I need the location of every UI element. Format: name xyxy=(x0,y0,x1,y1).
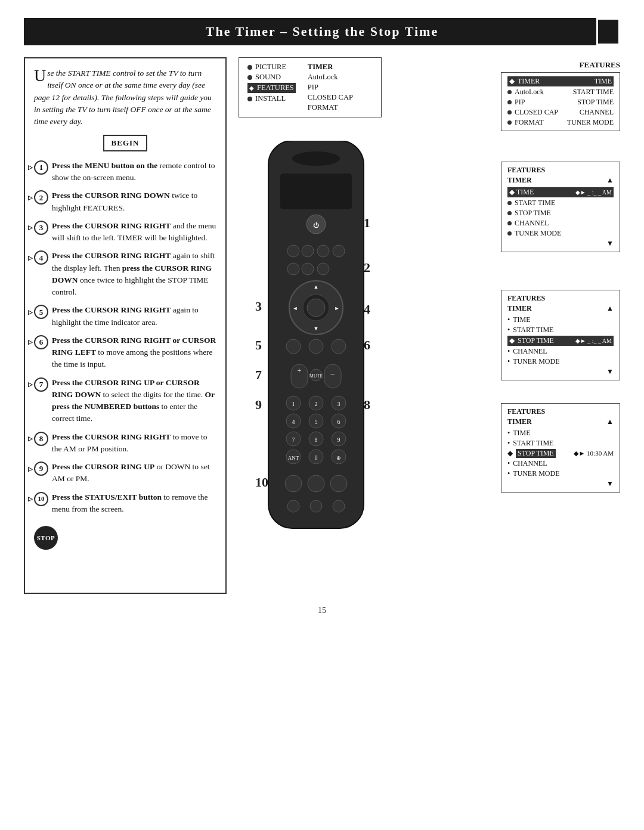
title-bar: The Timer – Setting the Stop Time xyxy=(24,18,620,45)
fp3-down-arrow: ▼ xyxy=(507,367,614,376)
menu-right-col: TIMER AutoLock PIP CLOSED CAP FORMAT xyxy=(308,63,353,112)
svg-point-11 xyxy=(317,263,329,275)
svg-text:9: 9 xyxy=(338,436,340,443)
features-panel-4: FEATURES TIMER ▲ •TIME •START TIME ◆STOP… xyxy=(501,403,620,493)
label-sound: SOUND xyxy=(255,73,281,82)
fp1-channel: CHANNEL xyxy=(580,108,614,117)
features-panel-3: FEATURES TIMER ▲ •TIME •START TIME ◆STOP… xyxy=(501,290,620,380)
fp3-spt-value: ◆► _ :_ _ AM xyxy=(575,337,612,344)
svg-text:9: 9 xyxy=(255,397,262,412)
svg-text:⏻: ⏻ xyxy=(313,222,319,228)
fp4-ch-bullet: • xyxy=(507,459,510,468)
features-label-1: FEATURES xyxy=(580,60,620,70)
step-10: 10 Press the STATUS/EXIT button to remov… xyxy=(34,491,216,516)
drop-cap: U xyxy=(34,67,46,84)
fp2-features-title: FEATURES xyxy=(507,166,614,175)
fp4-channel: •CHANNEL xyxy=(507,459,614,468)
fp3-ch-label: CHANNEL xyxy=(513,347,547,356)
svg-text:◄: ◄ xyxy=(293,305,298,311)
step-1: 1 Press the MENU button on the remote co… xyxy=(34,160,216,184)
svg-text:▼: ▼ xyxy=(314,326,319,332)
fp2-spt-dot xyxy=(507,211,512,215)
step-7: 7 Press the CURSOR RING UP or CURSOR RIN… xyxy=(34,377,216,425)
svg-point-7 xyxy=(317,245,329,257)
step-text-7: Press the CURSOR RING UP or CURSOR RING … xyxy=(52,377,216,425)
fp4-ch-label: CHANNEL xyxy=(513,459,547,468)
svg-point-56 xyxy=(310,500,322,512)
fp1-pip-label: PIP xyxy=(515,98,525,107)
svg-text:5: 5 xyxy=(255,337,262,352)
fp2-down-arrow: ▼ xyxy=(507,239,614,248)
fp2-ch-label: CHANNEL xyxy=(515,219,549,228)
fp1-closedcap: CLOSED CAPCHANNEL xyxy=(507,108,614,117)
intro-body: se the START TIME control to set the TV … xyxy=(34,69,212,126)
fp3-tm-bullet: • xyxy=(507,357,510,366)
svg-point-1 xyxy=(292,151,340,166)
fp1-fmt-dot xyxy=(507,120,512,125)
fp4-time: •TIME xyxy=(507,429,614,438)
bullet-install xyxy=(247,97,252,101)
fp2-time-hl: ◆TIME◆► _ :_ _ AM xyxy=(507,187,614,197)
svg-text:+: + xyxy=(298,367,302,375)
step-num-5: 5 xyxy=(34,305,48,319)
diagram-panel: PICTURE SOUND ◆FEATURES INSTALL TIMER Au… xyxy=(239,57,620,594)
page-title: The Timer – Setting the Stop Time xyxy=(206,24,438,39)
fp4-tm-label: TUNER MODE xyxy=(513,469,559,478)
fp4-time-label: TIME xyxy=(513,429,530,438)
svg-point-55 xyxy=(287,500,299,512)
svg-point-52 xyxy=(285,475,302,492)
svg-point-19 xyxy=(286,339,301,354)
fp3-channel: •CHANNEL xyxy=(507,347,614,356)
svg-point-57 xyxy=(333,500,345,512)
svg-point-9 xyxy=(287,263,299,275)
menu-features-hl: ◆FEATURES xyxy=(247,83,296,93)
fp3-spt-icon: ◆ xyxy=(509,336,515,345)
fp2-spt-label: STOP TIME xyxy=(515,209,551,218)
svg-text:▲: ▲ xyxy=(314,284,319,290)
step-num-4: 4 xyxy=(34,250,48,265)
fp1-timer-icon: ◆ xyxy=(509,77,515,86)
intro-text: Use the START TIME control to set the TV… xyxy=(34,67,216,128)
step-num-6: 6 xyxy=(34,335,48,349)
remote-control: ⏻ ▲ ▼ xyxy=(250,141,388,549)
fp3-time: •TIME xyxy=(507,315,614,324)
svg-rect-2 xyxy=(280,174,352,209)
step-8: 8 Press the CURSOR RING RIGHT to move to… xyxy=(34,431,216,456)
fp1-tuner-mode: TUNER MODE xyxy=(567,118,614,127)
fp2-st-label: START TIME xyxy=(515,199,555,208)
menu-pip: PIP xyxy=(308,83,353,92)
page: The Timer – Setting the Stop Time Use th… xyxy=(0,0,644,830)
fp3-spt-label: STOP TIME xyxy=(518,336,554,345)
fp3-tunermode: •TUNER MODE xyxy=(507,357,614,366)
main-menu-panel: PICTURE SOUND ◆FEATURES INSTALL TIMER Au… xyxy=(239,57,382,117)
remote-svg: ⏻ ▲ ▼ xyxy=(250,141,388,546)
fp1-cc-label: CLOSED CAP xyxy=(515,108,558,117)
step-num-7: 7 xyxy=(34,377,48,392)
label-features: FEATURES xyxy=(257,83,294,92)
step-text-8: Press the CURSOR RING RIGHT to move to t… xyxy=(52,431,216,456)
svg-text:2: 2 xyxy=(315,401,318,407)
fp2-channel: CHANNEL xyxy=(507,219,614,228)
fp4-time-bullet: • xyxy=(507,429,510,438)
svg-text:3: 3 xyxy=(338,401,340,407)
fp3-time-bullet: • xyxy=(507,315,510,324)
fp3-features-title: FEATURES xyxy=(507,294,614,303)
menu-format: FORMAT xyxy=(308,103,353,112)
step-text-5: Press the CURSOR RING RIGHT again to hig… xyxy=(52,304,216,329)
fp1-autolock-dot xyxy=(507,90,512,94)
svg-text:0: 0 xyxy=(315,454,318,461)
fp2-time-label: TIME xyxy=(516,188,534,197)
menu-picture: PICTURE xyxy=(247,63,296,72)
fp4-features-title: FEATURES xyxy=(507,407,614,416)
fp2-time-value: ◆► _ :_ _ AM xyxy=(575,189,612,196)
fp4-tunermode: •TUNER MODE xyxy=(507,469,614,478)
instruction-panel: Use the START TIME control to set the TV… xyxy=(24,57,227,594)
fp1-autolock: AutoLockSTART TIME xyxy=(507,88,614,97)
svg-point-5 xyxy=(287,245,299,257)
features-panel-2: FEATURES TIMER ▲ ◆TIME◆► _ :_ _ AM START… xyxy=(501,162,620,252)
svg-text:►: ► xyxy=(335,305,340,311)
fp2-up-arrow: ▲ xyxy=(606,176,614,185)
svg-point-18 xyxy=(307,299,325,317)
fp4-down-arrow: ▼ xyxy=(507,479,614,488)
svg-text:7: 7 xyxy=(255,367,262,382)
